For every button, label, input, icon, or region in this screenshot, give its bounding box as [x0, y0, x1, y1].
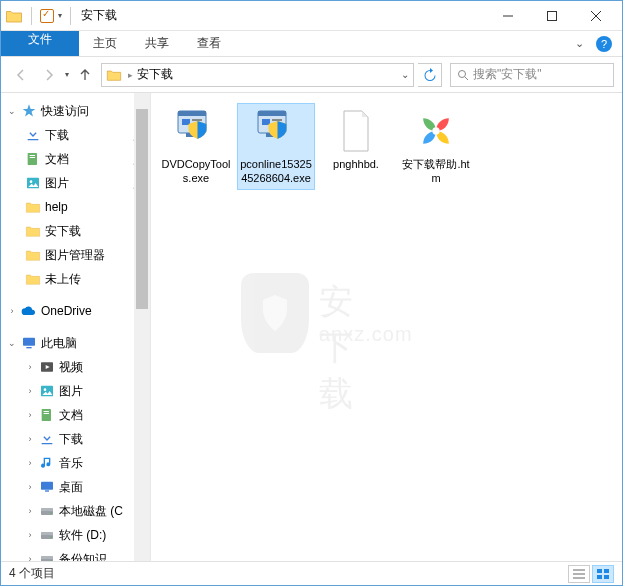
sidebar-item-文档[interactable]: ›文档: [1, 403, 150, 427]
expand-icon[interactable]: ›: [25, 410, 35, 420]
collapse-icon[interactable]: ⌄: [7, 106, 17, 116]
cloud-icon: [21, 303, 37, 319]
forward-button[interactable]: [37, 63, 61, 87]
grid-icon: [597, 569, 609, 579]
file-list-pane[interactable]: DVDCopyTools.exepconline1532545268604.ex…: [151, 93, 622, 561]
sidebar-item-安下载[interactable]: 安下载: [1, 219, 150, 243]
qat-dropdown-icon[interactable]: ▾: [58, 11, 62, 20]
star-icon: [21, 103, 37, 119]
sidebar-label: 快速访问: [41, 103, 89, 120]
sidebar-scrollbar[interactable]: [134, 93, 150, 561]
refresh-button[interactable]: [418, 63, 442, 87]
file-item[interactable]: 安下载帮助.htm: [397, 103, 475, 190]
svg-rect-6: [28, 153, 37, 165]
expand-icon[interactable]: ›: [25, 482, 35, 492]
sidebar-item-label: help: [45, 200, 68, 214]
folder-icon: [25, 271, 41, 287]
expand-icon[interactable]: ›: [25, 458, 35, 468]
address-bar[interactable]: ▸ 安下载 ⌄: [101, 63, 414, 87]
folder-icon: [25, 199, 41, 215]
sidebar-item-图片管理器[interactable]: 图片管理器: [1, 243, 150, 267]
expand-icon[interactable]: ›: [7, 306, 17, 316]
close-button[interactable]: [574, 2, 618, 30]
navigation-pane: ⌄ 快速访问 下载📌文档📌图片📌help安下载图片管理器未上传 › OneDri…: [1, 93, 151, 561]
back-button[interactable]: [9, 63, 33, 87]
maximize-button[interactable]: [530, 2, 574, 30]
svg-point-23: [50, 512, 51, 513]
expand-ribbon-icon[interactable]: ⌄: [575, 37, 584, 50]
expand-icon[interactable]: ›: [25, 434, 35, 444]
sidebar-item-label: 文档: [45, 151, 69, 168]
tab-file[interactable]: 文件: [1, 31, 79, 56]
exe-shield-icon: [252, 107, 300, 155]
sidebar-item-图片[interactable]: ›图片: [1, 379, 150, 403]
svg-point-4: [459, 70, 466, 77]
svg-rect-28: [41, 556, 53, 559]
up-button[interactable]: [73, 63, 97, 87]
refresh-icon: [423, 68, 436, 81]
scrollbar-thumb[interactable]: [136, 109, 148, 309]
help-icon[interactable]: ?: [596, 36, 612, 52]
expand-icon[interactable]: ›: [25, 530, 35, 540]
svg-line-5: [465, 77, 468, 80]
ribbon-right: ⌄ ?: [575, 31, 622, 56]
search-box[interactable]: 搜索"安下载": [450, 63, 614, 87]
arrow-right-icon: [41, 67, 57, 83]
status-bar: 4 个项目: [1, 561, 622, 585]
svg-rect-20: [45, 490, 49, 491]
expand-icon[interactable]: ›: [25, 506, 35, 516]
sidebar-item-下载[interactable]: ›下载: [1, 427, 150, 451]
properties-icon[interactable]: [40, 9, 54, 23]
sidebar-quick-access[interactable]: ⌄ 快速访问: [1, 99, 150, 123]
status-text: 4 个项目: [9, 565, 55, 582]
svg-rect-48: [597, 575, 602, 579]
file-item[interactable]: pnghhbd.: [317, 103, 395, 190]
sidebar-label: 此电脑: [41, 335, 77, 352]
collapse-icon[interactable]: ⌄: [7, 338, 17, 348]
breadcrumb-item[interactable]: 安下载: [135, 66, 175, 83]
sidebar-item-label: 备份知识: [59, 551, 107, 562]
tab-home[interactable]: 主页: [79, 31, 131, 56]
sidebar-item-下载[interactable]: 下载📌: [1, 123, 150, 147]
watermark-text-2: anxz.com: [319, 323, 413, 346]
folder-icon: [106, 67, 122, 83]
sidebar-item-软件 (D:)[interactable]: ›软件 (D:): [1, 523, 150, 547]
tab-share[interactable]: 共享: [131, 31, 183, 56]
expand-icon[interactable]: ›: [25, 362, 35, 372]
sidebar-item-视频[interactable]: ›视频: [1, 355, 150, 379]
sidebar-item-本地磁盘 (C[interactable]: ›本地磁盘 (C: [1, 499, 150, 523]
sidebar-item-文档[interactable]: 文档📌: [1, 147, 150, 171]
minimize-button[interactable]: [486, 2, 530, 30]
expand-icon[interactable]: ›: [25, 554, 35, 561]
file-grid: DVDCopyTools.exepconline1532545268604.ex…: [157, 103, 616, 190]
sidebar-item-音乐[interactable]: ›音乐: [1, 451, 150, 475]
icons-view-button[interactable]: [592, 565, 614, 583]
svg-point-10: [30, 180, 33, 183]
history-dropdown-icon[interactable]: ▾: [65, 70, 69, 79]
sidebar-item-图片[interactable]: 图片📌: [1, 171, 150, 195]
sidebar-item-桌面[interactable]: ›桌面: [1, 475, 150, 499]
sidebar-this-pc[interactable]: ⌄ 此电脑: [1, 331, 150, 355]
file-item[interactable]: DVDCopyTools.exe: [157, 103, 235, 190]
file-name: pnghhbd.: [333, 157, 379, 171]
chevron-right-icon[interactable]: ▸: [126, 70, 135, 80]
drive-icon: [39, 551, 55, 561]
sidebar-item-备份知识[interactable]: ›备份知识: [1, 547, 150, 561]
videos-icon: [39, 359, 55, 375]
address-dropdown-icon[interactable]: ⌄: [401, 69, 409, 80]
sidebar-onedrive[interactable]: › OneDrive: [1, 299, 150, 323]
sidebar-item-help[interactable]: help: [1, 195, 150, 219]
folder-icon: [25, 247, 41, 263]
svg-rect-39: [272, 119, 282, 121]
sidebar-item-label: 文档: [59, 407, 83, 424]
file-item[interactable]: pconline1532545268604.exe: [237, 103, 315, 190]
folder-icon: [25, 223, 41, 239]
details-view-button[interactable]: [568, 565, 590, 583]
sidebar-item-未上传[interactable]: 未上传: [1, 267, 150, 291]
expand-icon[interactable]: ›: [25, 386, 35, 396]
tab-view[interactable]: 查看: [183, 31, 235, 56]
file-name: DVDCopyTools.exe: [159, 157, 233, 186]
documents-icon: [39, 407, 55, 423]
svg-rect-17: [44, 411, 49, 412]
maximize-icon: [547, 11, 557, 21]
